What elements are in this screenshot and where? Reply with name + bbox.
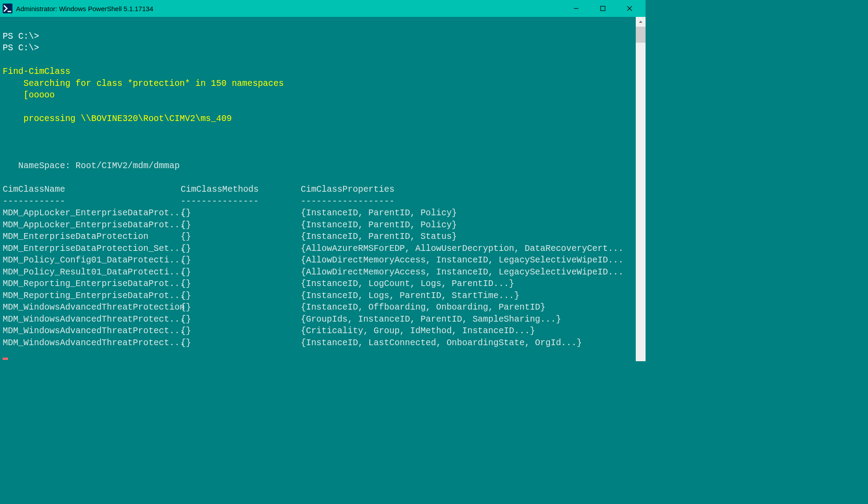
- titlebar[interactable]: Administrator: Windows PowerShell 5.1.17…: [0, 0, 646, 17]
- cell-name: MDM_Reporting_EnterpriseDataProt...: [3, 278, 181, 290]
- maximize-button[interactable]: [589, 0, 616, 17]
- scrollbar[interactable]: [636, 17, 646, 361]
- cell-props: {InstanceID, ParentID, Status}: [301, 231, 633, 243]
- table-row: MDM_WindowsAdvancedThreatProtect...{}{Cr…: [3, 325, 633, 337]
- cell-props: {AllowAzureRMSForEDP, AllowUserDecryptio…: [301, 243, 633, 255]
- cell-name: MDM_EnterpriseDataProtection_Set...: [3, 243, 181, 255]
- cell-name: MDM_EnterpriseDataProtection: [3, 231, 181, 243]
- cell-name: MDM_Policy_Config01_DataProtecti...: [3, 254, 181, 266]
- header-methods: CimClassMethods: [181, 184, 301, 196]
- prompt-line: PS C:\>: [3, 32, 39, 41]
- table-row: MDM_EnterpriseDataProtection{}{InstanceI…: [3, 231, 633, 243]
- table-row: MDM_AppLocker_EnterpriseDataProt...{}{In…: [3, 207, 633, 219]
- table-row: MDM_AppLocker_EnterpriseDataProt...{}{In…: [3, 219, 633, 231]
- prompt-line: PS C:\>: [3, 43, 39, 53]
- cell-methods: {}: [181, 243, 301, 255]
- cell-methods: {}: [181, 219, 301, 231]
- powershell-window: Administrator: Windows PowerShell 5.1.17…: [0, 0, 646, 361]
- close-button[interactable]: [616, 0, 643, 17]
- dash-name: ------------: [3, 196, 181, 208]
- terminal[interactable]: PS C:\> PS C:\> Find-CimClass Searching …: [0, 17, 636, 361]
- cell-name: MDM_WindowsAdvancedThreatProtect...: [3, 325, 181, 337]
- table-row: MDM_WindowsAdvancedThreatProtection{}{In…: [3, 302, 633, 314]
- cell-props: {GroupIds, InstanceID, ParentID, SampleS…: [301, 314, 633, 326]
- terminal-area: PS C:\> PS C:\> Find-CimClass Searching …: [0, 17, 646, 361]
- scroll-thumb[interactable]: [636, 27, 646, 43]
- cell-props: {InstanceID, LastConnected, OnboardingSt…: [301, 337, 633, 349]
- progress-bar-fill: ooooo: [29, 90, 55, 100]
- window-controls: [563, 0, 643, 17]
- cell-methods: {}: [181, 231, 301, 243]
- table-row: MDM_Reporting_EnterpriseDataProt...{}{In…: [3, 290, 633, 302]
- cell-props: {Criticality, Group, IdMethod, InstanceI…: [301, 325, 633, 337]
- table-row: MDM_WindowsAdvancedThreatProtect...{}{Gr…: [3, 314, 633, 326]
- dash-props: ------------------: [301, 196, 633, 208]
- cell-methods: {}: [181, 314, 301, 326]
- cell-props: {InstanceID, ParentID, Policy}: [301, 219, 633, 231]
- cell-methods: {}: [181, 302, 301, 314]
- cell-methods: {}: [181, 337, 301, 349]
- progress-bar-space: [55, 90, 636, 100]
- cell-name: MDM_AppLocker_EnterpriseDataProt...: [3, 207, 181, 219]
- powershell-icon: [3, 4, 12, 13]
- cell-props: {AllowDirectMemoryAccess, InstanceID, Le…: [301, 254, 633, 266]
- cursor: [3, 358, 8, 360]
- header-props: CimClassProperties: [301, 184, 633, 196]
- svg-rect-1: [601, 6, 605, 11]
- cell-methods: {}: [181, 278, 301, 290]
- cell-name: MDM_AppLocker_EnterpriseDataProt...: [3, 219, 181, 231]
- cell-methods: {}: [181, 266, 301, 278]
- cell-props: {InstanceID, Offboarding, Onboarding, Pa…: [301, 302, 633, 314]
- cell-props: {AllowDirectMemoryAccess, InstanceID, Le…: [301, 266, 633, 278]
- cell-name: MDM_Reporting_EnterpriseDataProt...: [3, 290, 181, 302]
- window-title: Administrator: Windows PowerShell 5.1.17…: [16, 5, 563, 12]
- cell-name: MDM_WindowsAdvancedThreatProtection: [3, 302, 181, 314]
- cell-name: MDM_Policy_Result01_DataProtecti...: [3, 266, 181, 278]
- table-row: MDM_WindowsAdvancedThreatProtect...{}{In…: [3, 337, 633, 349]
- cell-name: MDM_WindowsAdvancedThreatProtect...: [3, 314, 181, 326]
- table-row: MDM_Policy_Result01_DataProtecti...{}{Al…: [3, 266, 633, 278]
- table-header-row: CimClassNameCimClassMethodsCimClassPrope…: [3, 184, 633, 196]
- cell-methods: {}: [181, 290, 301, 302]
- cell-methods: {}: [181, 207, 301, 219]
- cell-props: {InstanceID, Logs, ParentID, StartTime..…: [301, 290, 633, 302]
- progress-bar-open: [: [3, 90, 29, 100]
- cell-props: {InstanceID, ParentID, Policy}: [301, 207, 633, 219]
- cell-props: {InstanceID, LogCount, Logs, ParentID...…: [301, 278, 633, 290]
- table-row: MDM_Reporting_EnterpriseDataProt...{}{In…: [3, 278, 633, 290]
- cell-methods: {}: [181, 254, 301, 266]
- progress-status: Searching for class *protection* in 150 …: [3, 79, 284, 89]
- minimize-button[interactable]: [563, 0, 589, 17]
- cell-name: MDM_WindowsAdvancedThreatProtect...: [3, 337, 181, 349]
- dash-methods: ---------------: [181, 196, 301, 208]
- header-name: CimClassName: [3, 184, 181, 196]
- progress-processing: processing \\BOVINE320\Root\CIMV2\ms_409: [3, 114, 232, 124]
- table-dash-row: ----------------------------------------…: [3, 196, 633, 208]
- progress-title: Find-CimClass: [3, 67, 70, 77]
- scroll-up-button[interactable]: [636, 17, 646, 27]
- table-row: MDM_Policy_Config01_DataProtecti...{}{Al…: [3, 254, 633, 266]
- namespace-line: NameSpace: Root/CIMV2/mdm/dmmap: [3, 161, 180, 171]
- table-row: MDM_EnterpriseDataProtection_Set...{}{Al…: [3, 243, 633, 255]
- cell-methods: {}: [181, 325, 301, 337]
